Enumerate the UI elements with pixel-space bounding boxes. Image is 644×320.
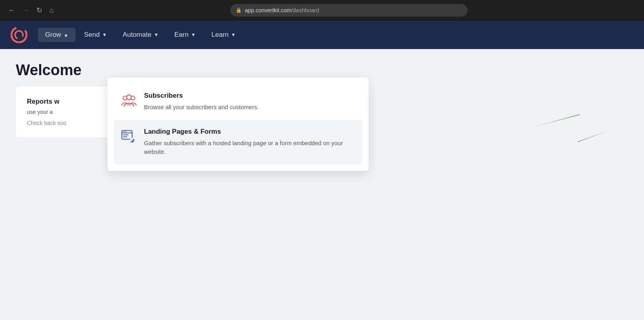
landing-pages-content: Landing Pages & Forms Gather subscribers… [144,128,355,157]
svg-point-8 [125,131,126,132]
logo-container[interactable] [9,25,28,44]
dropdown-item-subscribers[interactable]: Subscribers Browse all your subscribers … [114,84,362,120]
subscribers-title: Subscribers [144,92,355,100]
card-subtitle: use your a [27,109,100,115]
card-title: Reports w [27,98,100,106]
send-chevron-down: ▼ [102,32,107,38]
reports-card: Reports w use your a Check back soo [16,87,111,137]
nav-send[interactable]: Send ▼ [77,28,114,42]
back-button[interactable]: ← [6,5,17,15]
grow-chevron-up: ▲ [64,32,68,38]
browser-nav-buttons: ← → ↻ ⌂ [6,5,55,15]
earn-chevron-down: ▼ [191,32,196,38]
convertkit-logo [11,27,27,43]
send-label: Send [84,31,100,39]
decorative-green-line-2 [578,131,608,142]
svg-point-0 [11,27,27,43]
nav-automate[interactable]: Automate ▼ [116,28,166,42]
landing-pages-icon [121,129,137,144]
reload-button[interactable]: ↻ [35,5,44,15]
automate-chevron-down: ▼ [154,32,159,38]
card-note: Check back soo [27,120,100,126]
dropdown-item-landing-pages[interactable]: Landing Pages & Forms Gather subscribers… [114,120,362,165]
subscribers-desc: Browse all your subscribers and customer… [144,103,355,112]
nav-items: Grow ▲ Send ▼ Automate ▼ Earn ▼ Learn ▼ [38,28,635,42]
svg-point-7 [123,131,124,132]
grow-dropdown-menu: Subscribers Browse all your subscribers … [108,78,369,171]
svg-point-1 [13,29,24,40]
nav-learn[interactable]: Learn ▼ [205,28,243,42]
decorative-green-line [534,114,580,127]
automate-label: Automate [123,31,152,39]
learn-chevron-down: ▼ [231,32,236,38]
nav-earn[interactable]: Earn ▼ [167,28,203,42]
learn-label: Learn [212,31,229,39]
lock-icon: 🔒 [236,8,242,13]
earn-label: Earn [174,31,189,39]
landing-pages-title: Landing Pages & Forms [144,128,355,136]
nav-grow[interactable]: Grow ▲ [38,28,76,42]
forward-button[interactable]: → [21,5,31,15]
app-navbar: Grow ▲ Send ▼ Automate ▼ Earn ▼ Learn ▼ [0,21,644,49]
main-content: Welcome Reports w use your a Check back … [0,49,644,320]
landing-pages-desc: Gather subscribers with a hosted landing… [144,139,355,157]
grow-label: Grow [45,31,61,39]
browser-chrome: ← → ↻ ⌂ 🔒 app.convertkit.com/dashboard [0,0,644,21]
home-button[interactable]: ⌂ [48,5,55,15]
subscribers-icon [121,93,137,108]
address-bar[interactable]: 🔒 app.convertkit.com/dashboard [230,4,468,17]
svg-point-4 [127,95,131,100]
subscribers-content: Subscribers Browse all your subscribers … [144,92,355,112]
url-text: app.convertkit.com/dashboard [245,7,319,13]
